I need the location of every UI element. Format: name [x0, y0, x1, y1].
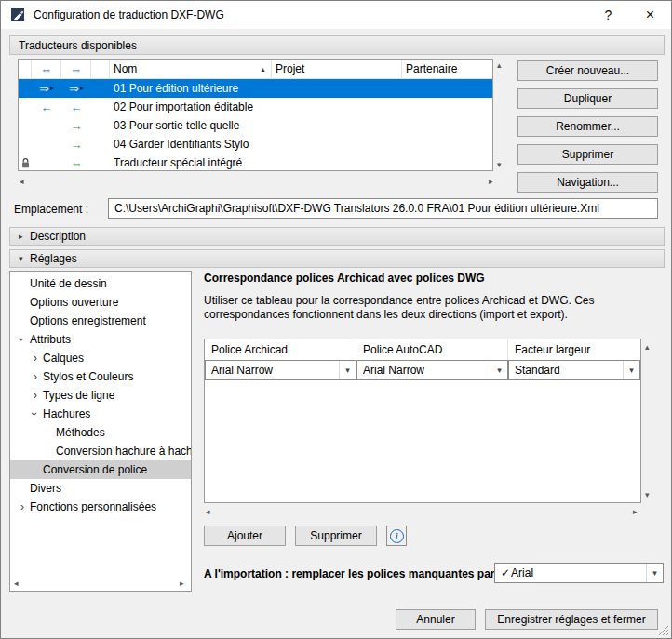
open-arrow-icon: ⇒: [39, 83, 49, 95]
tree-item-attributs[interactable]: › Attributs: [10, 330, 191, 349]
lock-cell: [19, 116, 32, 135]
rename-button[interactable]: Renommer...: [517, 116, 658, 137]
duplicate-button[interactable]: Dupliquer: [517, 88, 658, 109]
location-path-field[interactable]: C:\Users\ArchiGraphi\Graphisoft\DXF-DWG …: [108, 198, 658, 219]
tree-item-label: Fonctions personnalisées: [30, 500, 156, 513]
dxf-dwg-translation-setup-dialog: Configuration de traduction DXF-DWG ? × …: [0, 0, 672, 639]
info-button[interactable]: i: [386, 526, 407, 546]
delete-translator-button[interactable]: Supprimer: [517, 144, 658, 165]
open-direction-cell: [32, 153, 61, 171]
list-scroll-up-icon[interactable]: ▴: [497, 61, 502, 70]
autocad-font-column-header: Police AutoCAD: [356, 339, 508, 360]
open-direction-cell: ←: [32, 98, 61, 116]
autocad-font-combo[interactable]: Arial Narrow ▾: [356, 360, 508, 380]
tree-item-options-ouverture[interactable]: Options ouverture: [10, 293, 191, 312]
expander-collapsed-icon[interactable]: ›: [30, 386, 41, 405]
check-icon: ✓: [501, 566, 510, 579]
expander-collapsed-icon[interactable]: ›: [30, 349, 41, 367]
tree-item-label: Méthodes: [56, 426, 105, 439]
translator-row-05[interactable]: ⇔ Traducteur spécial intégré: [19, 153, 492, 171]
tree-item-methodes[interactable]: Méthodes: [10, 423, 191, 442]
delete-font-button[interactable]: Supprimer: [295, 526, 377, 546]
tree-item-label: Attributs: [30, 333, 71, 346]
spacer-cell: [91, 135, 110, 153]
font-mapping-title: Correspondance polices Archicad avec pol…: [204, 272, 485, 285]
translator-row-04[interactable]: → 04 Garder Identifiants Stylo: [19, 135, 492, 153]
tree-item-unite-de-dessin[interactable]: Unité de dessin: [10, 274, 191, 293]
tree-item-divers[interactable]: Divers: [10, 479, 191, 498]
archicad-font-combo[interactable]: Arial Narrow ▾: [205, 360, 356, 380]
width-factor-combo[interactable]: Standard ▾: [508, 360, 640, 380]
translators-group-title: Traducteurs disponibles: [19, 39, 137, 52]
list-scroll-right-icon[interactable]: ▸: [489, 178, 493, 186]
font-table-scroll-down-icon[interactable]: ▾: [645, 491, 650, 499]
project-cell: [272, 116, 402, 135]
translator-row-03[interactable]: → 03 Pour sortie telle quelle: [19, 116, 492, 135]
tree-item-fonctions-personnalisees[interactable]: › Fonctions personnalisées: [10, 498, 191, 516]
dropdown-arrow-icon: ▾: [339, 361, 356, 379]
resize-grip[interactable]: [658, 625, 669, 636]
open-direction-cell: [32, 135, 61, 153]
tree-item-conversion-de-police[interactable]: Conversion de police: [10, 460, 191, 479]
location-label: Emplacement :: [14, 203, 88, 216]
partner-column-header[interactable]: Partenaire: [402, 60, 492, 78]
tree-scroll-left-icon[interactable]: ◂: [14, 579, 19, 588]
partner-column-label: Partenaire: [406, 62, 457, 75]
save-and-close-button[interactable]: Enregistrer réglages et fermer: [485, 609, 658, 630]
tree-item-types-de-ligne[interactable]: › Types de ligne: [10, 386, 191, 405]
expander-expanded-icon[interactable]: ›: [25, 408, 44, 419]
save-direction-cell: ⇒ ▸: [61, 79, 91, 98]
translator-row-01[interactable]: ⇒ ▸ ⇒ ▸ 01 Pour édition ultérieure: [19, 79, 492, 98]
open-direction-cell: ⇒ ▸: [32, 79, 61, 98]
font-table-scroll-right-icon[interactable]: ▸: [633, 508, 638, 516]
create-new-button[interactable]: Créer nouveau...: [517, 60, 658, 81]
tree-item-options-enregistrement[interactable]: Options enregistrement: [10, 312, 191, 330]
dropdown-arrow-icon: ▾: [623, 361, 639, 379]
save-arrow-icon: ⇔: [71, 157, 83, 169]
tree-item-conversion-hachure[interactable]: Conversion hachure à hachure: [10, 442, 191, 460]
expander-expanded-icon[interactable]: ›: [12, 334, 31, 345]
tree-item-label: Unité de dessin: [30, 277, 107, 290]
expander-collapsed-icon[interactable]: ›: [17, 498, 28, 516]
dropdown-arrow-icon: ▾: [646, 564, 663, 582]
info-glyph: i: [395, 530, 397, 541]
tree-item-label: Options ouverture: [30, 296, 118, 309]
lock-column-header[interactable]: [19, 60, 32, 78]
list-scroll-down-icon[interactable]: ▾: [497, 161, 502, 169]
import-replacement-label: A l'importation : remplacer les polices …: [204, 567, 495, 580]
close-button[interactable]: ×: [629, 1, 671, 29]
expander-collapsed-icon[interactable]: ›: [30, 367, 41, 386]
tree-item-calques[interactable]: › Calques: [10, 349, 191, 367]
browse-button[interactable]: Navigation...: [517, 172, 658, 193]
settings-section-title: Réglages: [30, 252, 77, 265]
save-arrow-icon: ⇒: [69, 83, 79, 95]
tree-scroll-right-icon[interactable]: ▸: [180, 579, 184, 588]
import-replacement-combo[interactable]: ✓ Arial ▾: [494, 563, 664, 583]
translators-group-header: Traducteurs disponibles: [9, 35, 665, 55]
open-direction-column-header[interactable]: ⇔: [32, 60, 61, 78]
help-button[interactable]: ?: [587, 1, 629, 29]
partner-cell: [402, 98, 492, 116]
project-column-header[interactable]: Projet: [272, 60, 402, 78]
cancel-button[interactable]: Annuler: [396, 609, 476, 630]
lock-cell: [19, 79, 32, 98]
tree-item-label: Hachures: [43, 407, 90, 420]
name-column-header[interactable]: Nom ▲: [110, 60, 272, 78]
translator-name: 01 Pour édition ultérieure: [110, 79, 272, 98]
save-direction-cell: →: [61, 135, 91, 153]
collapsed-triangle-icon: ▸: [19, 232, 30, 241]
font-mapping-description: Utiliser ce tableau pour la correspondan…: [204, 294, 639, 322]
font-table-scroll-up-icon[interactable]: ▴: [645, 343, 650, 352]
translator-row-02[interactable]: ← ← 02 Pour importation éditable: [19, 98, 492, 116]
save-direction-column-header[interactable]: ⇔: [61, 60, 91, 78]
font-table-scroll-left-icon[interactable]: ◂: [206, 508, 210, 516]
description-section-header[interactable]: ▸ Description: [9, 227, 665, 246]
save-arrow-icon: ←: [71, 101, 83, 113]
tree-item-stylos-et-couleurs[interactable]: › Stylos et Couleurs: [10, 367, 191, 386]
description-section-title: Description: [30, 230, 86, 243]
settings-section-header[interactable]: ▾ Réglages: [9, 249, 665, 268]
list-scroll-left-icon[interactable]: ◂: [20, 178, 24, 186]
partner-cell: [402, 135, 492, 153]
tree-item-hachures[interactable]: › Hachures: [10, 405, 191, 423]
add-font-button[interactable]: Ajouter: [204, 526, 286, 546]
